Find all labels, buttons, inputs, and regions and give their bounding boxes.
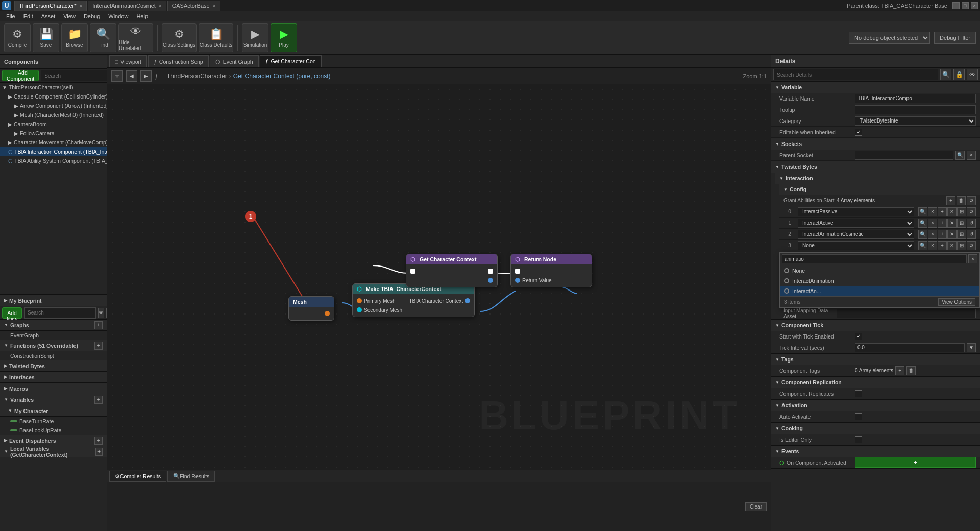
- twisted-bytes-header[interactable]: ▼ Twisted Bytes: [771, 161, 980, 173]
- menu-file[interactable]: File: [2, 11, 19, 21]
- events-header[interactable]: ▼ Events: [771, 446, 980, 457]
- base-turn-rate-var[interactable]: BaseTurnRate: [0, 417, 107, 426]
- node-get-char[interactable]: ⬡ Get Character Context: [406, 254, 498, 287]
- tab-interact-animation[interactable]: InteractAnimationCosmet ×: [88, 1, 166, 11]
- grant-select-3[interactable]: None: [798, 241, 914, 250]
- find-results-tab[interactable]: 🔍 Find Results: [167, 471, 215, 482]
- e0-search-btn[interactable]: 🔍: [918, 207, 927, 216]
- add-new-button[interactable]: + Add New: [2, 307, 22, 319]
- dispatchers-add-button[interactable]: +: [94, 437, 103, 445]
- dropdown-interact-animation[interactable]: InteractAnimation: [780, 276, 979, 286]
- e3-add-btn[interactable]: +: [938, 241, 947, 250]
- config-header[interactable]: ▼ Config: [779, 184, 980, 195]
- tree-tbia-interaction[interactable]: ⬡ TBIA Interaction Component (TBIA_Inter…: [0, 147, 107, 156]
- lock-icon-btn[interactable]: 🔒: [953, 69, 965, 80]
- forward-button[interactable]: ▶: [140, 70, 152, 82]
- eye-details-btn[interactable]: 👁: [967, 69, 978, 80]
- tab-close-0[interactable]: ×: [80, 3, 83, 9]
- e1-add-btn[interactable]: +: [938, 219, 947, 228]
- parent-socket-input[interactable]: [855, 151, 953, 160]
- find-button[interactable]: 🔍 Find: [90, 23, 116, 52]
- macros-header[interactable]: ▶ Macros: [0, 383, 107, 394]
- menu-window[interactable]: Window: [104, 11, 132, 21]
- grant-trash-btn[interactable]: 🗑: [957, 196, 966, 205]
- dropdown-clear-btn[interactable]: ×: [968, 254, 977, 263]
- clear-button[interactable]: Clear: [745, 502, 767, 511]
- component-search-input[interactable]: [41, 70, 107, 81]
- editable-checkbox[interactable]: [855, 129, 862, 136]
- graphs-header[interactable]: ▼ Graphs +: [0, 320, 107, 331]
- e2-dup-btn[interactable]: ⊞: [957, 230, 966, 239]
- tree-mesh[interactable]: ▶ Mesh (CharacterMesh0) (Inherited): [0, 110, 107, 119]
- e3-search-btn[interactable]: 🔍: [918, 241, 927, 250]
- start-tick-checkbox[interactable]: [855, 333, 862, 340]
- e2-reset-btn[interactable]: ↺: [967, 230, 976, 239]
- tags-header[interactable]: ▼ Tags: [771, 354, 980, 365]
- graphs-add-button[interactable]: +: [94, 321, 103, 329]
- local-vars-add-button[interactable]: +: [95, 448, 103, 456]
- minimize-btn[interactable]: _: [952, 2, 960, 9]
- menu-help[interactable]: Help: [132, 11, 152, 21]
- tick-interval-input[interactable]: [855, 343, 965, 352]
- tab-construction[interactable]: ƒ Construction Scrip: [148, 55, 209, 67]
- tree-follow-camera[interactable]: ▶ FollowCamera: [0, 129, 107, 138]
- eye-button[interactable]: 👁: [98, 308, 104, 318]
- tab-third-person[interactable]: ThirdPersonCharacter* ×: [14, 1, 87, 11]
- tree-tbia-ability[interactable]: ⬡ TBIA Ability System Component (TBIA_Ab: [0, 156, 107, 165]
- sockets-section-header[interactable]: ▼ Sockets: [771, 138, 980, 150]
- e0-dup-btn[interactable]: ⊞: [957, 207, 966, 216]
- activation-header[interactable]: ▼ Activation: [771, 400, 980, 411]
- play-button[interactable]: ▶ Play: [271, 23, 297, 52]
- functions-header[interactable]: ▼ Functions (51 Overridable) +: [0, 340, 107, 351]
- variable-section-header[interactable]: ▼ Variable: [771, 82, 980, 93]
- tab-get-char-context[interactable]: ƒ Get Character Con: [260, 55, 322, 67]
- input-mapping-input[interactable]: [837, 309, 976, 318]
- editor-only-checkbox[interactable]: [855, 436, 862, 443]
- e1-reset-btn[interactable]: ↺: [967, 219, 976, 228]
- view-options-btn[interactable]: View Options: [938, 298, 975, 306]
- grant-select-1[interactable]: InteractActive: [798, 219, 914, 228]
- tab-event-graph[interactable]: ⬡ Event Graph: [210, 55, 259, 67]
- local-variables-header[interactable]: ▼ Local Variables (GetCharacterContext) …: [0, 446, 107, 457]
- class-defaults-button[interactable]: 📋 Class Defaults: [199, 23, 233, 52]
- interaction-header[interactable]: ▼ Interaction: [775, 173, 980, 184]
- e0-reset-btn[interactable]: ↺: [967, 207, 976, 216]
- blueprint-canvas[interactable]: BLUEPRINT 1: [107, 84, 771, 470]
- tags-trash-btn[interactable]: 🗑: [906, 366, 916, 375]
- grant-reset-btn[interactable]: ↺: [967, 196, 976, 205]
- grant-add-btn[interactable]: +: [946, 196, 955, 205]
- debug-filter-button[interactable]: Debug Filter: [934, 32, 976, 44]
- tooltip-input[interactable]: [855, 105, 976, 114]
- compiler-results-tab[interactable]: ⚙ Compiler Results: [109, 471, 166, 482]
- browse-button[interactable]: 📁 Browse: [61, 23, 88, 52]
- save-button[interactable]: 💾 Save: [33, 23, 59, 52]
- search-icon-btn[interactable]: 🔍: [940, 69, 951, 80]
- e2-search-btn[interactable]: 🔍: [918, 230, 927, 239]
- functions-add-button[interactable]: +: [94, 342, 103, 350]
- event-graph-item[interactable]: EventGraph: [0, 331, 107, 340]
- hide-unrelated-button[interactable]: 👁 Hide Unrelated: [118, 23, 153, 52]
- e1-dup-btn[interactable]: ⊞: [957, 219, 966, 228]
- tree-capsule[interactable]: ▶ Capsule Component (CollisionCylinder) …: [0, 92, 107, 101]
- back-button[interactable]: ◀: [126, 70, 137, 82]
- debug-object-select[interactable]: No debug object selected: [849, 32, 930, 44]
- replication-header[interactable]: ▼ Component Replication: [771, 377, 980, 388]
- tab-gas-actor[interactable]: GASActorBase ×: [167, 1, 220, 11]
- interfaces-header[interactable]: ▶ Interfaces: [0, 372, 107, 383]
- variables-add-button[interactable]: +: [94, 396, 103, 404]
- e0-add-btn[interactable]: +: [938, 207, 947, 216]
- e2-clear-btn[interactable]: ×: [928, 230, 937, 239]
- node-return[interactable]: ⬡ Return Node Return Value: [510, 254, 592, 287]
- e1-clear-btn[interactable]: ×: [928, 219, 937, 228]
- tab-close-1[interactable]: ×: [159, 3, 162, 9]
- tags-add-btn[interactable]: +: [895, 366, 904, 375]
- bookmark-button[interactable]: ☆: [111, 70, 123, 82]
- base-look-up-rate-var[interactable]: BaseLookUpRate: [0, 426, 107, 435]
- menu-debug[interactable]: Debug: [80, 11, 104, 21]
- tree-camera-boom[interactable]: ▶ CameraBoom: [0, 119, 107, 129]
- maximize-btn[interactable]: □: [962, 2, 969, 9]
- e0-clear-btn[interactable]: ×: [928, 207, 937, 216]
- auto-activate-checkbox[interactable]: [855, 413, 862, 420]
- e1-search-btn[interactable]: 🔍: [918, 219, 927, 228]
- compile-button[interactable]: ⚙ Compile: [4, 23, 31, 52]
